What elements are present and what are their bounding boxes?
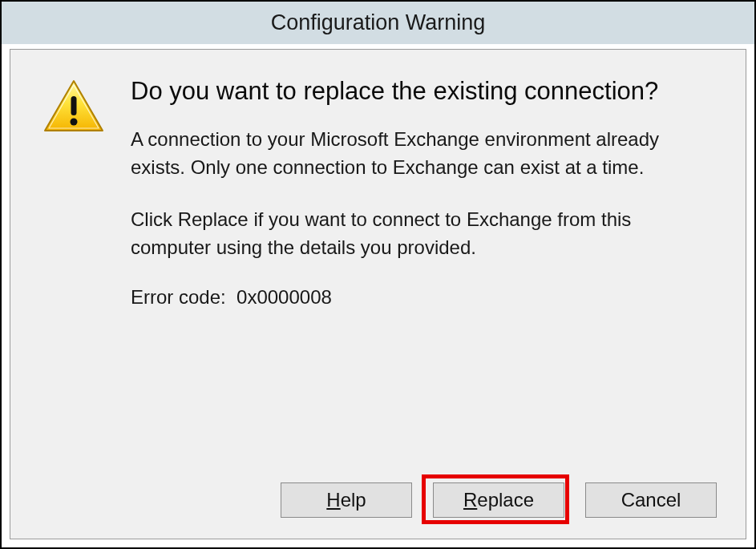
help-button[interactable]: Help xyxy=(281,482,412,518)
replace-button-rest: eplace xyxy=(477,489,534,511)
icon-column xyxy=(42,74,131,135)
svg-rect-2 xyxy=(71,96,77,115)
warning-icon xyxy=(42,79,131,135)
dialog-window: Configuration Warning xyxy=(0,0,756,549)
dialog-paragraph-1: A connection to your Microsoft Exchange … xyxy=(131,126,714,182)
dialog-body: Do you want to replace the existing conn… xyxy=(10,49,746,539)
help-button-accel: H xyxy=(326,489,340,511)
text-column: Do you want to replace the existing conn… xyxy=(131,74,714,309)
replace-button[interactable]: Replace xyxy=(433,482,564,518)
error-code-label: Error code: xyxy=(131,286,226,308)
svg-point-3 xyxy=(71,119,78,126)
content-row: Do you want to replace the existing conn… xyxy=(42,74,714,309)
help-button-rest: elp xyxy=(341,489,366,511)
titlebar: Configuration Warning xyxy=(2,2,754,44)
replace-button-accel: R xyxy=(463,489,477,511)
error-code-value: 0x0000008 xyxy=(237,286,332,308)
window-title: Configuration Warning xyxy=(271,10,486,35)
error-code-line: Error code: 0x0000008 xyxy=(131,286,714,309)
button-row: Help Replace Cancel xyxy=(281,482,717,518)
cancel-button[interactable]: Cancel xyxy=(585,482,717,518)
dialog-paragraph-2: Click Replace if you want to connect to … xyxy=(131,206,714,262)
dialog-heading: Do you want to replace the existing conn… xyxy=(131,74,714,108)
cancel-button-label: Cancel xyxy=(621,489,681,511)
